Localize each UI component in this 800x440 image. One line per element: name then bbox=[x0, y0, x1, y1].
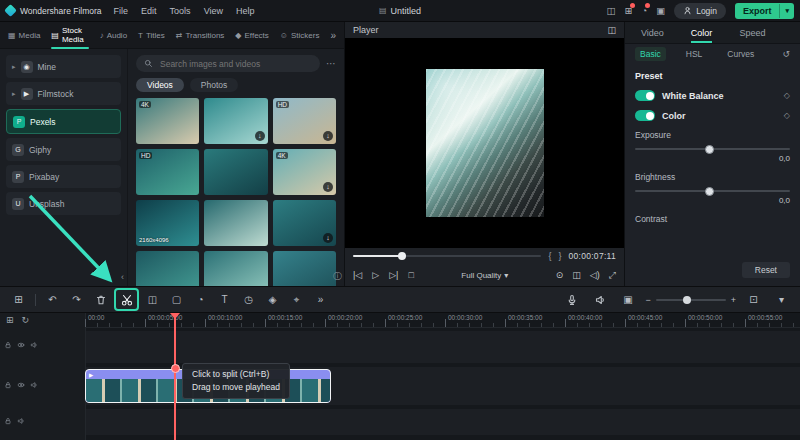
lock-icon[interactable] bbox=[4, 417, 12, 425]
split-button[interactable] bbox=[114, 288, 139, 311]
stock-video-thumb[interactable] bbox=[273, 251, 336, 286]
redo-button[interactable]: ↷ bbox=[66, 290, 87, 310]
crop-button[interactable]: ▢ bbox=[166, 290, 187, 310]
track-nav-icon[interactable]: ↻ bbox=[22, 315, 30, 325]
eye-icon[interactable] bbox=[17, 381, 25, 389]
zoom-slider[interactable] bbox=[656, 299, 726, 301]
panel-tab-speed[interactable]: Speed bbox=[739, 23, 765, 43]
speaker-icon[interactable] bbox=[30, 341, 38, 349]
subtab-hsl[interactable]: HSL bbox=[681, 47, 708, 61]
detach-player-icon[interactable]: ◫ bbox=[607, 25, 616, 35]
keyframe-button[interactable]: ◈ bbox=[262, 290, 283, 310]
playhead-handle[interactable] bbox=[171, 364, 180, 373]
render-preview-button[interactable]: ▣ bbox=[617, 290, 638, 310]
panel-tab-video[interactable]: Video bbox=[641, 23, 664, 43]
menu-help[interactable]: Help bbox=[236, 6, 255, 16]
delete-button[interactable] bbox=[90, 290, 111, 310]
stock-video-thumb[interactable] bbox=[204, 200, 267, 246]
speaker-icon[interactable] bbox=[17, 417, 25, 425]
stock-tab-photos[interactable]: Photos bbox=[190, 78, 238, 92]
timeline-options-icon[interactable]: ▾ bbox=[771, 290, 792, 310]
mark-out-icon[interactable]: } bbox=[558, 251, 561, 261]
download-icon[interactable]: ↓ bbox=[255, 131, 265, 141]
stop-button[interactable]: □ bbox=[408, 271, 413, 280]
tab-audio[interactable]: ♪Audio bbox=[100, 26, 127, 45]
menu-edit[interactable]: Edit bbox=[141, 6, 157, 16]
download-icon[interactable]: ↓ bbox=[323, 233, 333, 243]
next-frame-button[interactable]: ▷| bbox=[389, 271, 398, 280]
mark-in-icon[interactable]: { bbox=[548, 251, 551, 261]
tab-stock-media[interactable]: ▤Stock Media bbox=[51, 21, 88, 49]
download-icon[interactable]: ↓ bbox=[323, 182, 333, 192]
tab-media[interactable]: ▦Media bbox=[8, 26, 40, 45]
menu-file[interactable]: File bbox=[114, 6, 129, 16]
advanced-split-button[interactable]: ◫ bbox=[142, 290, 163, 310]
speaker-icon[interactable] bbox=[30, 381, 38, 389]
subtab-basic[interactable]: Basic bbox=[635, 47, 666, 61]
collapse-sidebar-button[interactable]: ‹ bbox=[121, 272, 124, 282]
zoom-slider-handle[interactable] bbox=[683, 296, 691, 304]
audio-mute-button[interactable] bbox=[589, 290, 610, 310]
stock-video-thumb[interactable] bbox=[204, 251, 267, 286]
search-options-icon[interactable]: ⋯ bbox=[326, 58, 336, 69]
speed-button[interactable]: ◔ bbox=[190, 290, 211, 310]
notifications-icon[interactable]: ◔ bbox=[641, 6, 647, 16]
search-input[interactable] bbox=[158, 58, 312, 70]
slider-thumb[interactable] bbox=[705, 187, 714, 196]
stock-tab-videos[interactable]: Videos bbox=[136, 78, 184, 92]
stock-video-thumb[interactable]: 4K↓ bbox=[273, 149, 336, 195]
sidebar-item-pixabay[interactable]: PPixabay bbox=[6, 165, 121, 188]
eye-icon[interactable] bbox=[17, 341, 25, 349]
slider-track[interactable] bbox=[635, 190, 790, 192]
screen-share-icon[interactable]: ⊞ bbox=[624, 6, 632, 16]
stock-video-thumb[interactable] bbox=[204, 149, 267, 195]
play-button[interactable]: ▷ bbox=[372, 271, 379, 280]
text-button[interactable]: T bbox=[214, 290, 235, 310]
undo-button[interactable]: ↶ bbox=[42, 290, 63, 310]
info-icon[interactable]: ⓘ bbox=[333, 270, 342, 283]
stock-video-thumb[interactable]: HD bbox=[136, 149, 199, 195]
sidebar-item-unsplash[interactable]: UUnsplash bbox=[6, 192, 121, 215]
menu-view[interactable]: View bbox=[204, 6, 223, 16]
add-track-icon[interactable]: ⊞ bbox=[6, 315, 14, 325]
search-bar[interactable] bbox=[136, 55, 320, 72]
duration-button[interactable]: ◷ bbox=[238, 290, 259, 310]
reset-button[interactable]: Reset bbox=[742, 262, 790, 278]
login-button[interactable]: Login bbox=[674, 3, 726, 19]
sidebar-item-mine[interactable]: ▸◉Mine bbox=[6, 55, 121, 78]
toggle-switch-on[interactable] bbox=[635, 110, 655, 121]
slider-track[interactable] bbox=[635, 148, 790, 150]
tab-transitions[interactable]: ⇄Transitions bbox=[176, 26, 225, 45]
volume-button[interactable]: ◁) bbox=[590, 271, 600, 280]
lock-icon[interactable] bbox=[4, 341, 12, 349]
previous-frame-button[interactable]: |◁ bbox=[353, 271, 362, 280]
voiceover-button[interactable] bbox=[561, 290, 582, 310]
keyframe-diamond-icon[interactable]: ◇ bbox=[784, 111, 790, 120]
snapshot-button[interactable]: ⊙ bbox=[556, 271, 564, 280]
stock-video-thumb[interactable]: 4K bbox=[136, 98, 199, 144]
timeline-ruler[interactable]: 00:0000:00:05:0000:00:10:0000:00:15:0000… bbox=[85, 313, 800, 328]
panel-tab-color[interactable]: Color bbox=[691, 23, 713, 43]
sidebar-item-giphy[interactable]: GGiphy bbox=[6, 138, 121, 161]
tab-stickers[interactable]: ☺Stickers bbox=[280, 26, 320, 45]
stock-video-thumb[interactable] bbox=[136, 251, 199, 286]
stock-video-thumb[interactable]: ↓ bbox=[204, 98, 267, 144]
mini-player-button[interactable]: ◫ bbox=[572, 271, 581, 280]
seek-handle[interactable] bbox=[398, 252, 406, 260]
fullscreen-button[interactable]: ⤢ bbox=[609, 271, 616, 280]
menu-tools[interactable]: Tools bbox=[170, 6, 191, 16]
tab-titles[interactable]: TTitles bbox=[138, 26, 165, 45]
slider-thumb[interactable] bbox=[705, 145, 714, 154]
export-button[interactable]: Export ▾ bbox=[735, 3, 794, 19]
stock-video-thumb[interactable]: HD↓ bbox=[273, 98, 336, 144]
layout-switch-icon[interactable]: ◫ bbox=[606, 6, 615, 16]
lock-icon[interactable] bbox=[4, 381, 12, 389]
zoom-in-button[interactable]: + bbox=[731, 295, 736, 305]
history-icon[interactable]: ↺ bbox=[782, 49, 790, 59]
tab-effects[interactable]: ◆Effects bbox=[235, 26, 268, 45]
more-tabs-icon[interactable]: » bbox=[330, 30, 336, 41]
store-icon[interactable]: ▣ bbox=[656, 6, 665, 16]
fit-timeline-button[interactable]: ⊡ bbox=[743, 290, 764, 310]
zoom-out-button[interactable]: − bbox=[645, 295, 650, 305]
playhead-line[interactable] bbox=[174, 313, 176, 440]
